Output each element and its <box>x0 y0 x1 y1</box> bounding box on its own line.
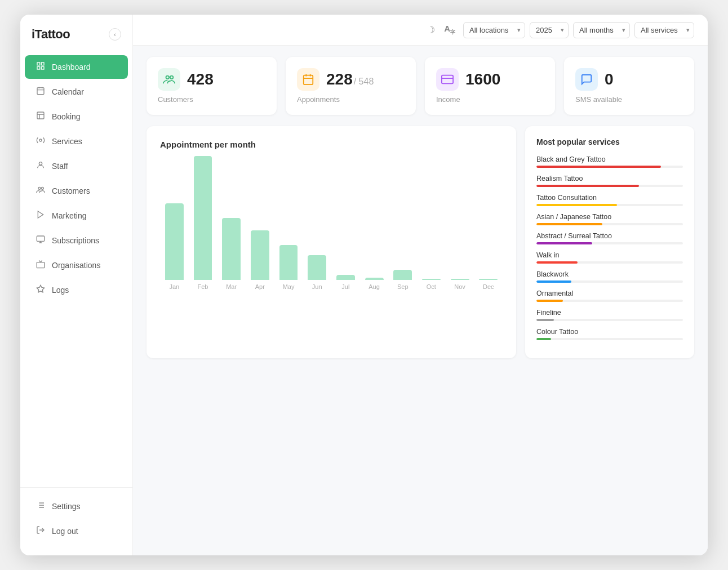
service-item: Abstract / Surreal Tattoo <box>536 232 683 244</box>
svg-rect-8 <box>37 112 44 119</box>
booking-icon <box>35 111 46 122</box>
chart-label-jun: Jun <box>312 283 322 290</box>
year-filter[interactable]: 2025 2024 <box>530 22 569 38</box>
stat-card-appointments: 228/ 548 Appoinments <box>286 57 416 115</box>
svg-marker-20 <box>37 285 44 292</box>
location-filter[interactable]: All locations <box>463 22 525 38</box>
stat-card-top-sms: 0 <box>575 68 683 91</box>
service-bar-bg <box>536 242 683 244</box>
chart-label-jan: Jan <box>169 283 179 290</box>
chart-bar-dec[interactable] <box>479 279 498 280</box>
svg-rect-34 <box>442 75 453 84</box>
service-name: Fineline <box>536 309 683 317</box>
services-card-title: Most popular services <box>536 137 683 146</box>
dark-mode-button[interactable]: ☽ <box>424 22 437 38</box>
service-bar-fill <box>536 261 578 264</box>
service-bar-fill <box>536 166 661 168</box>
chart-label-sep: Sep <box>397 283 409 290</box>
services-filter[interactable]: All services <box>634 22 694 38</box>
chart-bar-aug[interactable] <box>365 278 384 280</box>
svg-rect-4 <box>37 88 44 95</box>
sms-stat-icon <box>575 68 598 91</box>
sidebar-item-label-settings: Settings <box>52 502 81 511</box>
sidebar-item-logout[interactable]: Log out <box>25 519 128 543</box>
chart-label-mar: Mar <box>226 283 237 290</box>
service-name: Realism Tattoo <box>536 175 683 182</box>
location-filter-wrapper: All locations <box>463 22 525 38</box>
app-logo: iTattoo <box>32 27 70 42</box>
sidebar-item-services[interactable]: Services <box>25 130 128 153</box>
service-bar-bg <box>536 223 683 225</box>
customers-value: 428 <box>187 70 215 88</box>
service-bar-bg <box>536 166 683 168</box>
sidebar-collapse-button[interactable]: ‹ <box>109 28 121 41</box>
svg-rect-1 <box>41 63 44 65</box>
service-bar-bg <box>536 300 683 302</box>
chart-bar-group-dec: Dec <box>474 279 503 290</box>
calendar-icon <box>35 86 46 97</box>
service-item: Realism Tattoo <box>536 175 683 187</box>
app-window: iTattoo ‹ Dashboard Calendar Booking Ser… <box>20 15 708 555</box>
service-item: Asian / Japanese Tattoo <box>536 213 683 225</box>
chart-bars: Jan Feb Mar Apr May Jun Jul Aug <box>160 161 503 290</box>
svg-point-13 <box>38 187 41 189</box>
chart-label-feb: Feb <box>198 283 208 290</box>
service-bar-bg <box>536 261 683 264</box>
chart-title: Appointment per month <box>160 140 503 149</box>
chart-bar-jan[interactable] <box>165 203 184 280</box>
chart-bar-apr[interactable] <box>251 230 269 280</box>
bottom-section: Appointment per month Jan Feb Mar Apr Ma… <box>147 126 694 358</box>
sidebar-item-staff[interactable]: Staff <box>25 154 128 178</box>
sidebar-item-label-subscriptions: Subscriptions <box>52 236 99 245</box>
service-name: Abstract / Surreal Tattoo <box>536 232 683 240</box>
service-item: Black and Grey Tattoo <box>536 155 683 168</box>
logs-icon <box>35 284 46 296</box>
services-icon <box>35 136 46 147</box>
sidebar-item-organisations[interactable]: Organisations <box>25 253 128 277</box>
year-filter-wrapper: 2025 2024 <box>530 22 569 38</box>
sidebar-item-settings[interactable]: Settings <box>25 495 128 518</box>
translate-button[interactable]: A字 <box>442 21 458 38</box>
service-name: Black and Grey Tattoo <box>536 155 683 163</box>
sidebar: iTattoo ‹ Dashboard Calendar Booking Ser… <box>20 15 133 555</box>
service-name: Walk in <box>536 251 683 259</box>
service-bar-fill <box>536 223 602 225</box>
chart-bar-group-may: May <box>274 245 303 290</box>
svg-rect-19 <box>37 262 44 268</box>
svg-rect-0 <box>37 63 40 65</box>
chart-bar-feb[interactable] <box>194 156 212 280</box>
sidebar-item-label-calendar: Calendar <box>52 87 84 96</box>
months-filter[interactable]: All months January February <box>573 22 630 38</box>
chart-bar-sep[interactable] <box>393 270 412 280</box>
service-name: Asian / Japanese Tattoo <box>536 213 683 221</box>
sidebar-item-logs[interactable]: Logs <box>25 278 128 302</box>
chart-bar-jun[interactable] <box>308 255 326 280</box>
sidebar-item-marketing[interactable]: Marketing <box>25 204 128 228</box>
chart-bar-oct[interactable] <box>422 279 441 280</box>
svg-point-11 <box>39 139 42 141</box>
chart-label-jul: Jul <box>341 283 349 290</box>
chart-label-nov: Nov <box>454 283 465 290</box>
sidebar-item-subscriptions[interactable]: Subscriptions <box>25 229 128 252</box>
topbar-actions: ☽ A字 <box>424 21 458 38</box>
chart-bar-mar[interactable] <box>222 218 241 280</box>
sidebar-item-booking[interactable]: Booking <box>25 105 128 128</box>
sidebar-item-customers[interactable]: Customers <box>25 179 128 203</box>
service-bar-bg <box>536 319 683 321</box>
chart-bar-may[interactable] <box>279 245 298 280</box>
service-bar-fill <box>536 242 592 244</box>
staff-icon <box>35 161 46 172</box>
chart-bar-jul[interactable] <box>336 275 355 280</box>
page-content: 428 Customers 228/ 548 Appoinments 1600 … <box>133 46 708 555</box>
sidebar-item-dashboard[interactable]: Dashboard <box>25 55 128 79</box>
sidebar-item-label-customers: Customers <box>52 186 90 195</box>
sidebar-nav: Dashboard Calendar Booking Services Staf… <box>20 52 132 487</box>
service-bar-bg <box>536 204 683 206</box>
chart-bar-nov[interactable] <box>451 279 469 280</box>
subscriptions-icon <box>35 235 46 246</box>
sidebar-item-calendar[interactable]: Calendar <box>25 80 128 104</box>
svg-rect-2 <box>41 66 44 69</box>
stat-card-top-customers: 428 <box>158 68 265 91</box>
svg-point-12 <box>39 162 42 165</box>
sms-label: SMS available <box>575 95 683 104</box>
